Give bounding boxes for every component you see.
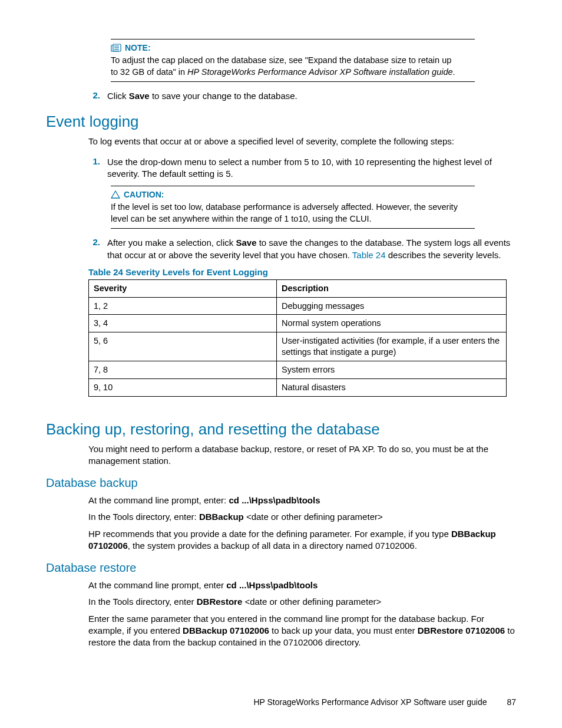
table-title: Table 24 Severity Levels for Event Loggi… [88, 267, 516, 277]
body-text: In the Tools directory, enter DBRestore … [88, 596, 516, 608]
footer: HP StorageWorks Performance Advisor XP S… [253, 697, 516, 707]
note-label: NOTE: [125, 43, 151, 52]
table-row: 9, 10Natural disasters [89, 378, 507, 396]
col-description: Description [277, 279, 507, 297]
rule [111, 186, 475, 186]
caution-body: If the level is set too low, database pe… [111, 202, 475, 225]
body-text: In the Tools directory, enter: DBBackup … [88, 511, 516, 523]
caution-header: CAUTION: [111, 190, 475, 199]
page-number: 87 [507, 697, 516, 707]
body-text: To log events that occur at or above a s… [88, 136, 516, 147]
step-number: 2. [88, 237, 100, 261]
step-list: 2. After you make a selection, click Sav… [88, 237, 516, 261]
table-header-row: Severity Description [89, 279, 507, 297]
note-block: NOTE: To adjust the cap placed on the da… [111, 39, 475, 82]
step-text: After you make a selection, click Save t… [107, 237, 516, 261]
step-list: 2. Click Save to save your change to the… [88, 90, 516, 102]
table-row: 1, 2Debugging messages [89, 297, 507, 315]
step-number: 2. [88, 90, 100, 102]
rule [111, 39, 475, 39]
step-row: 2. After you make a selection, click Sav… [88, 237, 516, 261]
col-severity: Severity [89, 279, 277, 297]
heading-database-restore: Database restore [46, 561, 516, 575]
body-text: At the command line prompt, enter: cd ..… [88, 495, 516, 506]
step-text: Use the drop-down menu to select a numbe… [107, 156, 516, 180]
body-text: You might need to perform a database bac… [88, 443, 516, 467]
caution-label: CAUTION: [124, 190, 164, 199]
body-text: HP recommends that you provide a date fo… [88, 528, 516, 552]
body-text: At the command line prompt, enter cd ...… [88, 579, 516, 591]
severity-table: Severity Description 1, 2Debugging messa… [88, 279, 507, 397]
rule [111, 228, 475, 229]
step-list: 1. Use the drop-down menu to select a nu… [88, 156, 516, 180]
step-number: 1. [88, 156, 100, 180]
rule [111, 81, 475, 82]
footer-text: HP StorageWorks Performance Advisor XP S… [253, 697, 487, 707]
body-text: Enter the same parameter that you entere… [88, 613, 516, 649]
step-text: Click Save to save your change to the da… [107, 90, 516, 102]
table-row: 7, 8System errors [89, 361, 507, 378]
table-link[interactable]: Table 24 [352, 250, 386, 260]
note-icon [111, 44, 121, 52]
heading-backup: Backing up, restoring, and resetting the… [46, 420, 516, 439]
step-row: 2. Click Save to save your change to the… [88, 90, 516, 102]
page: NOTE: To adjust the cap placed on the da… [0, 0, 562, 728]
step-row: 1. Use the drop-down menu to select a nu… [88, 156, 516, 180]
note-header: NOTE: [111, 43, 475, 52]
table-row: 5, 6User-instigated activities (for exam… [89, 332, 507, 361]
heading-database-backup: Database backup [46, 476, 516, 490]
caution-block: CAUTION: If the level is set too low, da… [111, 186, 475, 229]
note-body: To adjust the cap placed on the database… [111, 55, 475, 78]
caution-icon [111, 190, 120, 199]
heading-event-logging: Event logging [46, 113, 516, 131]
table-row: 3, 4Normal system operations [89, 315, 507, 332]
